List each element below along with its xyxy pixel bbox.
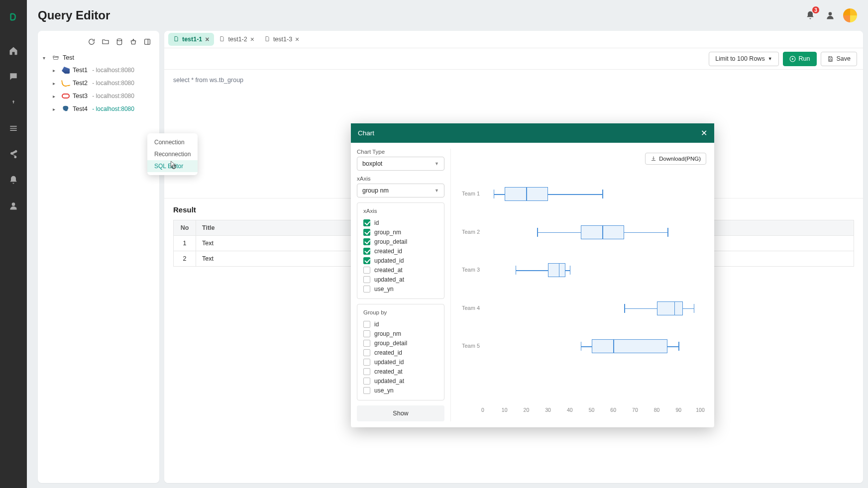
boxplot-series [483,300,700,317]
editor-tab[interactable]: test1-2 × [214,33,259,46]
field-checkbox-row[interactable]: group_nm [363,227,438,237]
checkbox[interactable] [363,340,370,347]
connection-node[interactable]: ▸ Test3 - localhost:8080 [53,90,155,102]
checkbox[interactable] [363,267,370,274]
field-checkbox-row[interactable]: updated_id [363,256,438,265]
groupby-title: Group by [363,309,438,315]
xaxis-select[interactable]: group nm ▼ [357,184,444,197]
close-icon[interactable]: × [295,35,299,43]
field-checkbox-row[interactable]: updated_at [363,275,438,284]
checkbox[interactable] [363,378,370,385]
nav-admin-icon[interactable] [3,196,23,216]
panel-icon[interactable] [143,38,152,47]
checkbox[interactable] [363,330,370,337]
nav-sync-icon[interactable] [3,93,23,112]
editor-tab[interactable]: test1-1 × [168,33,214,46]
refresh-icon[interactable] [88,38,97,47]
database-icon[interactable] [115,38,124,47]
field-label: updated_id [374,359,404,366]
checkbox[interactable] [363,349,370,356]
tree-root[interactable]: ▾ Test [42,52,155,64]
checkbox[interactable] [363,257,370,264]
field-label: id [374,219,379,226]
connection-name: Test1 [73,67,88,74]
page-title: Query Editor [38,8,110,22]
field-checkbox-row[interactable]: updated_at [363,376,438,386]
field-checkbox-row[interactable]: group_nm [363,329,438,338]
field-label: group_nm [374,229,401,236]
run-button[interactable]: Run [783,52,817,66]
field-label: created_id [374,349,402,356]
connection-node[interactable]: ▸ Test1 - localhost:8080 [53,64,155,77]
checkbox[interactable] [363,248,370,255]
chart-type-select[interactable]: boxplot ▼ [357,157,444,171]
user-profile-button[interactable] [823,8,837,22]
download-png-button[interactable]: Download(PNG) [645,153,706,165]
db-oracle-icon [62,92,70,100]
topbar: Query Editor 3 [27,0,868,31]
query-toolbar: Limit to 100 Rows ▼ Run Save [164,48,863,70]
chevron-down-icon: ▾ [43,55,49,61]
field-checkbox-row[interactable]: use_yn [363,386,438,395]
nav-share-icon[interactable] [3,144,23,164]
close-icon[interactable]: × [250,35,254,43]
limit-rows-button[interactable]: Limit to 100 Rows ▼ [709,52,778,66]
run-label: Run [799,55,810,62]
chart-controls: Chart Type boxplot ▼ xAxis group nm ▼ xA… [357,149,444,421]
field-checkbox-row[interactable]: created_id [363,348,438,357]
checkbox[interactable] [363,276,370,283]
connection-host: - localhost:8080 [91,80,134,87]
checkbox[interactable] [363,286,370,293]
field-label: group_detail [374,340,407,347]
show-button[interactable]: Show [357,405,444,421]
groupby-fields-box: Group by idgroup_nmgroup_detailcreated_i… [357,304,444,400]
folder-icon[interactable] [102,38,110,47]
close-icon[interactable]: × [205,35,209,43]
save-button[interactable]: Save [821,52,858,66]
checkbox[interactable] [363,387,370,394]
document-icon [219,36,225,43]
checkbox[interactable] [363,229,370,236]
boxplot-category-label: Team 5 [458,343,480,349]
nav-bell-icon[interactable] [3,170,23,190]
field-label: updated_id [374,257,404,264]
field-checkbox-row[interactable]: group_detail [363,237,438,246]
connection-node[interactable]: ▸ Test2 - localhost:8080 [53,77,155,90]
field-checkbox-row[interactable]: created_id [363,246,438,256]
field-checkbox-row[interactable]: created_at [363,367,438,376]
context-menu-item[interactable]: Connection [147,136,198,148]
field-checkbox-row[interactable]: created_at [363,265,438,275]
context-menu-item[interactable]: Reconnection [147,148,198,160]
x-tick-label: 80 [654,407,660,413]
nav-list-icon[interactable] [3,118,23,138]
app-logo [4,8,22,26]
field-checkbox-row[interactable]: id [363,218,438,227]
field-checkbox-row[interactable]: id [363,319,438,329]
cursor-icon [170,160,178,170]
boxplot-series [483,338,700,355]
folder-open-icon [52,54,60,62]
theme-toggle[interactable] [843,8,857,22]
checkbox[interactable] [363,219,370,226]
notifications-badge: 3 [812,6,819,13]
tab-label: test1-2 [228,36,247,43]
field-checkbox-row[interactable]: use_yn [363,284,438,293]
checkbox[interactable] [363,368,370,375]
editor-tab[interactable]: test1-3 × [259,33,304,46]
field-checkbox-row[interactable]: updated_id [363,357,438,367]
field-label: created_id [374,248,402,255]
connection-host: - localhost:8080 [91,67,134,74]
nav-rail [0,0,27,488]
checkbox[interactable] [363,238,370,245]
nav-message-icon[interactable] [3,67,23,87]
nav-home-icon[interactable] [3,41,23,61]
checkbox[interactable] [363,359,370,366]
field-checkbox-row[interactable]: group_detail [363,338,438,348]
checkbox[interactable] [363,321,370,328]
chart-modal-title: Chart [358,129,374,137]
basket-icon[interactable] [129,38,138,47]
notifications-button[interactable]: 3 [803,8,817,22]
close-icon[interactable]: ✕ [701,128,707,138]
db-postgres-icon [62,105,70,113]
connection-node[interactable]: ▸ Test4 - localhost:8080 [53,102,155,115]
